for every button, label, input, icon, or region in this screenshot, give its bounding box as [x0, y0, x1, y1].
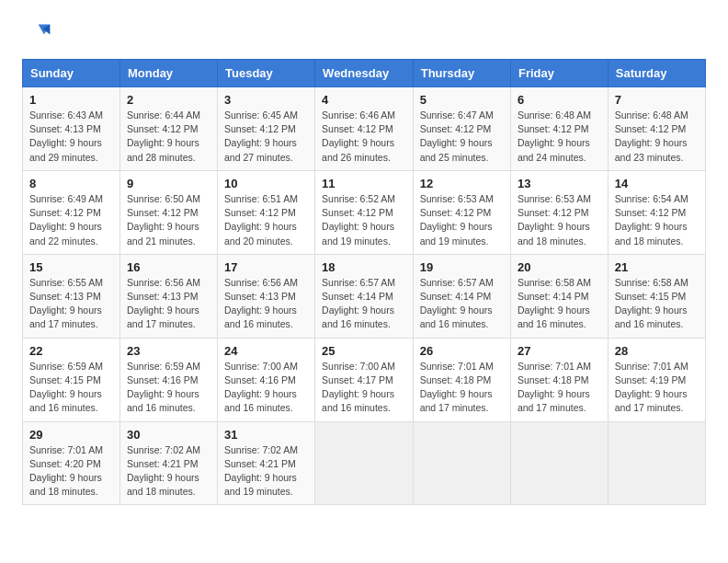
calendar-week-row: 8Sunrise: 6:49 AM Sunset: 4:12 PM Daylig… — [23, 170, 706, 254]
day-number: 15 — [29, 260, 113, 274]
calendar-day-cell: 12Sunrise: 6:53 AM Sunset: 4:12 PM Dayli… — [413, 170, 510, 254]
calendar-day-header: Saturday — [608, 60, 705, 87]
day-number: 21 — [615, 260, 699, 274]
day-info: Sunrise: 6:53 AM Sunset: 4:12 PM Dayligh… — [420, 192, 504, 248]
day-number: 31 — [224, 428, 308, 442]
calendar-week-row: 15Sunrise: 6:55 AM Sunset: 4:13 PM Dayli… — [23, 254, 706, 338]
calendar-day-cell: 22Sunrise: 6:59 AM Sunset: 4:15 PM Dayli… — [23, 338, 120, 421]
day-info: Sunrise: 7:00 AM Sunset: 4:16 PM Dayligh… — [224, 360, 308, 416]
day-number: 13 — [518, 177, 601, 190]
calendar-day-cell — [608, 421, 705, 505]
day-info: Sunrise: 6:46 AM Sunset: 4:12 PM Dayligh… — [322, 109, 406, 165]
calendar-day-cell: 21Sunrise: 6:58 AM Sunset: 4:15 PM Dayli… — [608, 254, 705, 338]
calendar-day-cell: 26Sunrise: 7:01 AM Sunset: 4:18 PM Dayli… — [413, 338, 510, 421]
day-number: 20 — [518, 260, 601, 274]
day-number: 30 — [127, 428, 210, 442]
day-number: 28 — [615, 344, 699, 358]
calendar-day-header: Thursday — [413, 60, 510, 87]
day-info: Sunrise: 7:01 AM Sunset: 4:19 PM Dayligh… — [615, 360, 699, 416]
day-info: Sunrise: 6:52 AM Sunset: 4:12 PM Dayligh… — [322, 192, 406, 248]
calendar-day-header: Wednesday — [315, 60, 414, 87]
day-number: 1 — [29, 93, 113, 107]
calendar-day-cell — [510, 421, 608, 505]
day-number: 29 — [29, 428, 113, 442]
logo — [22, 18, 55, 48]
day-info: Sunrise: 6:48 AM Sunset: 4:12 PM Dayligh… — [615, 109, 699, 165]
calendar-day-cell: 30Sunrise: 7:02 AM Sunset: 4:21 PM Dayli… — [119, 421, 217, 505]
day-number: 23 — [127, 344, 210, 358]
calendar-table: SundayMondayTuesdayWednesdayThursdayFrid… — [22, 59, 706, 505]
day-info: Sunrise: 6:44 AM Sunset: 4:12 PM Dayligh… — [127, 109, 210, 165]
calendar-day-cell: 14Sunrise: 6:54 AM Sunset: 4:12 PM Dayli… — [608, 170, 705, 254]
calendar-day-cell: 9Sunrise: 6:50 AM Sunset: 4:12 PM Daylig… — [119, 170, 217, 254]
day-info: Sunrise: 6:43 AM Sunset: 4:13 PM Dayligh… — [29, 109, 113, 165]
calendar-day-header: Friday — [510, 60, 608, 87]
day-info: Sunrise: 6:53 AM Sunset: 4:12 PM Dayligh… — [518, 192, 601, 248]
calendar-day-cell: 20Sunrise: 6:58 AM Sunset: 4:14 PM Dayli… — [510, 254, 608, 338]
day-info: Sunrise: 6:47 AM Sunset: 4:12 PM Dayligh… — [420, 109, 504, 165]
day-info: Sunrise: 7:01 AM Sunset: 4:18 PM Dayligh… — [518, 360, 601, 416]
day-info: Sunrise: 7:02 AM Sunset: 4:21 PM Dayligh… — [224, 443, 308, 500]
calendar-day-cell: 31Sunrise: 7:02 AM Sunset: 4:21 PM Dayli… — [218, 421, 315, 505]
day-number: 27 — [518, 344, 601, 358]
calendar-day-header: Tuesday — [218, 60, 315, 87]
day-info: Sunrise: 6:51 AM Sunset: 4:12 PM Dayligh… — [224, 192, 308, 248]
day-number: 18 — [322, 260, 406, 274]
calendar-week-row: 29Sunrise: 7:01 AM Sunset: 4:20 PM Dayli… — [23, 421, 706, 505]
day-number: 22 — [29, 344, 113, 358]
logo-icon — [22, 18, 51, 48]
day-number: 16 — [127, 260, 210, 274]
calendar-day-cell: 19Sunrise: 6:57 AM Sunset: 4:14 PM Dayli… — [413, 254, 510, 338]
calendar-day-cell: 25Sunrise: 7:00 AM Sunset: 4:17 PM Dayli… — [315, 338, 414, 421]
day-number: 26 — [420, 344, 504, 358]
calendar-day-cell: 11Sunrise: 6:52 AM Sunset: 4:12 PM Dayli… — [315, 170, 414, 254]
day-info: Sunrise: 6:57 AM Sunset: 4:14 PM Dayligh… — [322, 276, 406, 332]
day-info: Sunrise: 7:01 AM Sunset: 4:20 PM Dayligh… — [29, 443, 113, 500]
day-info: Sunrise: 6:59 AM Sunset: 4:15 PM Dayligh… — [29, 360, 113, 416]
day-info: Sunrise: 6:56 AM Sunset: 4:13 PM Dayligh… — [224, 276, 308, 332]
day-number: 9 — [127, 177, 210, 190]
day-info: Sunrise: 6:48 AM Sunset: 4:12 PM Dayligh… — [518, 109, 601, 165]
calendar-day-cell — [315, 421, 414, 505]
calendar-day-cell: 3Sunrise: 6:45 AM Sunset: 4:12 PM Daylig… — [218, 87, 315, 171]
day-info: Sunrise: 6:56 AM Sunset: 4:13 PM Dayligh… — [127, 276, 210, 332]
day-info: Sunrise: 6:49 AM Sunset: 4:12 PM Dayligh… — [29, 192, 113, 248]
calendar-day-cell: 17Sunrise: 6:56 AM Sunset: 4:13 PM Dayli… — [218, 254, 315, 338]
day-info: Sunrise: 6:57 AM Sunset: 4:14 PM Dayligh… — [420, 276, 504, 332]
day-number: 5 — [420, 93, 504, 107]
day-info: Sunrise: 6:59 AM Sunset: 4:16 PM Dayligh… — [127, 360, 210, 416]
calendar-day-cell: 27Sunrise: 7:01 AM Sunset: 4:18 PM Dayli… — [510, 338, 608, 421]
calendar-day-cell: 13Sunrise: 6:53 AM Sunset: 4:12 PM Dayli… — [510, 170, 608, 254]
calendar-day-cell: 15Sunrise: 6:55 AM Sunset: 4:13 PM Dayli… — [23, 254, 120, 338]
calendar-day-cell: 16Sunrise: 6:56 AM Sunset: 4:13 PM Dayli… — [119, 254, 217, 338]
day-number: 7 — [615, 93, 699, 107]
calendar-day-cell: 8Sunrise: 6:49 AM Sunset: 4:12 PM Daylig… — [23, 170, 120, 254]
day-number: 10 — [224, 177, 308, 190]
calendar-day-cell: 23Sunrise: 6:59 AM Sunset: 4:16 PM Dayli… — [119, 338, 217, 421]
day-info: Sunrise: 6:58 AM Sunset: 4:14 PM Dayligh… — [518, 276, 601, 332]
calendar-day-cell: 5Sunrise: 6:47 AM Sunset: 4:12 PM Daylig… — [413, 87, 510, 171]
calendar-day-cell: 28Sunrise: 7:01 AM Sunset: 4:19 PM Dayli… — [608, 338, 705, 421]
calendar-day-cell — [413, 421, 510, 505]
day-number: 11 — [322, 177, 406, 190]
svg-rect-0 — [22, 18, 51, 48]
calendar-header: SundayMondayTuesdayWednesdayThursdayFrid… — [23, 60, 706, 87]
calendar-body: 1Sunrise: 6:43 AM Sunset: 4:13 PM Daylig… — [23, 87, 706, 505]
day-info: Sunrise: 6:50 AM Sunset: 4:12 PM Dayligh… — [127, 192, 210, 248]
day-number: 17 — [224, 260, 308, 274]
calendar-day-cell: 6Sunrise: 6:48 AM Sunset: 4:12 PM Daylig… — [510, 87, 608, 171]
day-info: Sunrise: 6:55 AM Sunset: 4:13 PM Dayligh… — [29, 276, 113, 332]
page-header — [22, 18, 706, 48]
day-info: Sunrise: 7:02 AM Sunset: 4:21 PM Dayligh… — [127, 443, 210, 500]
day-number: 25 — [322, 344, 406, 358]
day-number: 4 — [322, 93, 406, 107]
day-number: 14 — [615, 177, 699, 190]
calendar-day-cell: 1Sunrise: 6:43 AM Sunset: 4:13 PM Daylig… — [23, 87, 120, 171]
calendar-week-row: 22Sunrise: 6:59 AM Sunset: 4:15 PM Dayli… — [23, 338, 706, 421]
day-number: 24 — [224, 344, 308, 358]
calendar-day-header: Sunday — [23, 60, 120, 87]
day-number: 12 — [420, 177, 504, 190]
day-info: Sunrise: 6:45 AM Sunset: 4:12 PM Dayligh… — [224, 109, 308, 165]
day-number: 8 — [29, 177, 113, 190]
calendar-day-cell: 18Sunrise: 6:57 AM Sunset: 4:14 PM Dayli… — [315, 254, 414, 338]
